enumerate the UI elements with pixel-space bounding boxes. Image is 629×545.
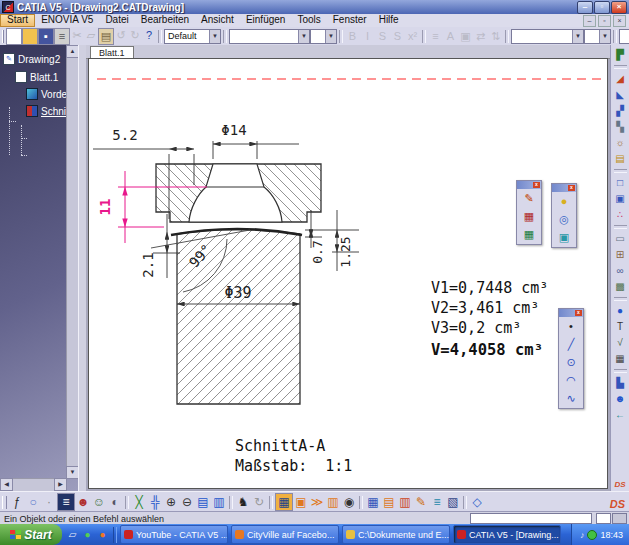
table-icon[interactable]: ▦ [613, 351, 628, 366]
component-icon[interactable]: ▧ [445, 494, 461, 510]
link-icon[interactable]: ∞ [613, 263, 628, 278]
menu-item-fenster[interactable]: Fenster [327, 14, 373, 26]
menu-item-einf-gen[interactable]: Einfügen [240, 14, 291, 26]
chevron-down-icon[interactable]: ▼ [572, 30, 583, 43]
zoom-in-icon[interactable]: ⊕ [163, 494, 179, 510]
dimension-height-selected[interactable]: 11 [97, 199, 113, 216]
pattern-icon[interactable]: ▦ [521, 209, 537, 224]
anchor-h-icon[interactable]: ⇄ [473, 29, 488, 44]
scale-combo[interactable]: ▼ [619, 29, 629, 44]
projection-view-icon[interactable]: ◣ [613, 87, 628, 102]
new-sheet-icon[interactable]: ▦ [275, 493, 293, 511]
background-icon[interactable]: ▤ [613, 151, 628, 166]
tree-vertical-scrollbar[interactable]: ▲ ▼ [66, 45, 78, 479]
dimension-depth-left[interactable]: 2.1 [140, 252, 156, 277]
refresh-icon[interactable]: ↻ [251, 494, 267, 510]
minimize-button[interactable]: ‒ [577, 1, 593, 14]
title-block-icon[interactable]: ⊞ [613, 247, 628, 262]
print-icon[interactable]: ≡ [54, 28, 70, 45]
taskbar-task-button[interactable]: CATIA V5 - [Drawing... [453, 525, 561, 544]
picture-icon[interactable]: ▩ [613, 279, 628, 294]
close-icon[interactable]: x [575, 310, 582, 316]
toolbar-grip[interactable] [2, 496, 7, 509]
close-icon[interactable]: x [533, 182, 540, 188]
arc-icon[interactable]: ◠ [563, 373, 579, 388]
taskbar-task-button[interactable]: YouTube - CATIA V5 ... [120, 525, 228, 544]
menu-item-enovia-v5[interactable]: ENOVIA V5 [35, 14, 99, 26]
view-caption-scale[interactable]: Maßstab: 1:1 [235, 457, 352, 475]
taskbar-task-button[interactable]: C:\Dokumente und E... [342, 525, 450, 544]
lock-person-icon[interactable]: ☺ [91, 494, 107, 510]
bold-button[interactable]: B [345, 29, 360, 44]
mdi-restore-button[interactable]: ▫ [598, 15, 611, 27]
scroll-left-icon[interactable]: ◀ [0, 478, 13, 491]
copy-icon[interactable]: ▱ [84, 28, 98, 43]
sketch-a-icon[interactable]: ▤ [381, 494, 397, 510]
knowledge-fx-icon[interactable]: ƒ [9, 494, 25, 510]
status-box-2[interactable] [612, 513, 627, 524]
sketch-b-icon[interactable]: ▥ [397, 494, 413, 510]
menu-item-start[interactable]: Start [0, 14, 35, 27]
tree-item-drawing[interactable]: ✎ Drawing2 [3, 53, 60, 65]
quicklaunch-firefox-icon[interactable]: ● [96, 528, 109, 541]
power-input-field[interactable] [470, 513, 592, 524]
sphere-icon[interactable]: ◎ [556, 212, 572, 227]
ellipse-icon[interactable]: ● [556, 194, 572, 209]
clock[interactable]: 18:43 [600, 530, 623, 540]
mdi-minimize-button[interactable]: ‒ [583, 15, 596, 27]
calculator-icon[interactable]: ≡ [57, 493, 75, 511]
position-combo[interactable]: ▼ [511, 29, 584, 44]
style-combo[interactable]: Default ▼ [164, 29, 221, 44]
update-icon[interactable]: ● [613, 303, 628, 318]
comment-icon[interactable]: ○ [25, 494, 41, 510]
chevron-down-icon[interactable]: ▼ [325, 30, 336, 43]
taskbar-task-button[interactable]: CityVille auf Facebo... [231, 525, 339, 544]
section-view-icon[interactable]: ▞ [613, 103, 628, 118]
scroll-up-icon[interactable]: ▲ [66, 45, 78, 58]
new-document-icon[interactable] [6, 28, 22, 45]
frame-text-icon[interactable]: ▣ [458, 29, 473, 44]
annotation-icon[interactable]: ✎ [413, 494, 429, 510]
box-icon[interactable]: ▣ [556, 230, 572, 245]
chevron-down-icon[interactable]: ▼ [209, 30, 220, 43]
new-view-icon[interactable]: ▣ [293, 494, 309, 510]
dimension-dia-hole[interactable]: Φ14 [221, 122, 246, 138]
font-size-combo[interactable]: ▼ [310, 29, 337, 44]
circle-icon[interactable]: ⊙ [563, 355, 579, 370]
position-size-combo[interactable]: ▼ [584, 29, 611, 44]
dimension-dia-body[interactable]: Φ39 [224, 284, 251, 302]
paste-icon[interactable]: ▤ [98, 28, 114, 45]
sheet-tool-icon[interactable]: ▛ [613, 47, 628, 62]
chevron-down-icon[interactable]: ▼ [599, 30, 610, 43]
scroll-down-icon[interactable]: ▼ [66, 466, 78, 479]
menu-item-tools[interactable]: Tools [291, 14, 326, 26]
menu-item-hilfe[interactable]: Hilfe [373, 14, 405, 26]
split-person-icon[interactable]: ◐ [107, 494, 123, 510]
line-icon[interactable]: ╱ [563, 337, 579, 352]
menu-item-ansicht[interactable]: Ansicht [195, 14, 240, 26]
scroll-right-icon[interactable]: ▶ [54, 478, 67, 491]
dimension-width-top[interactable]: 5.2 [112, 127, 137, 143]
spline-icon[interactable]: ∿ [563, 391, 579, 406]
superscript-button[interactable]: x² [405, 29, 420, 44]
grid-icon[interactable]: ▦ [521, 227, 537, 242]
tree-item-sheet[interactable]: Blatt.1 [15, 71, 58, 83]
instantiate-icon[interactable]: ≫ [309, 494, 325, 510]
toolbar-grip[interactable] [2, 30, 4, 43]
analysis-icon[interactable]: √ [613, 335, 628, 350]
quicklaunch-page-icon[interactable]: ▱ [66, 528, 79, 541]
redo-icon[interactable]: ↻ [128, 28, 142, 43]
mdi-close-button[interactable]: × [613, 15, 626, 27]
restore-button[interactable]: ▫ [594, 1, 610, 14]
back-icon[interactable]: ← [613, 407, 628, 422]
normal-view-icon[interactable]: ▤ [195, 494, 211, 510]
view-frame-icon[interactable]: ▣ [613, 191, 628, 206]
floating-toolbar-titlebar[interactable]: x [552, 184, 576, 192]
pan-icon[interactable]: ╬ [147, 494, 163, 510]
status-box-1[interactable] [596, 513, 611, 524]
dimension-step-large[interactable]: 1.25 [338, 236, 353, 267]
part-icon[interactable]: ▙ [613, 375, 628, 390]
save-icon[interactable]: ▪ [38, 28, 54, 45]
menu-item-bearbeiten[interactable]: Bearbeiten [135, 14, 195, 26]
chevron-down-icon[interactable]: ▼ [298, 30, 309, 43]
